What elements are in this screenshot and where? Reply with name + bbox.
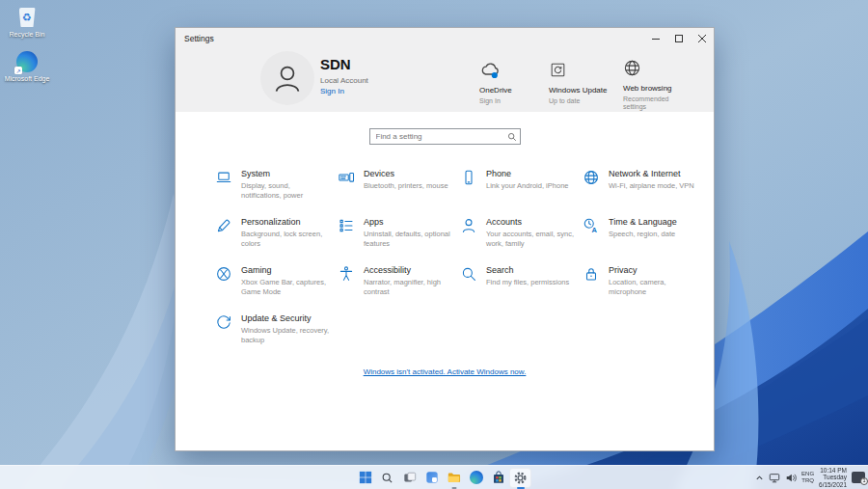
category-desc: Windows Update, recovery, backup [241, 326, 332, 345]
close-button[interactable] [691, 28, 714, 49]
category-label: Time & Language [609, 217, 699, 228]
category-label: Accessibility [364, 265, 454, 276]
category-search[interactable]: Search Find my files, permissions [460, 262, 583, 311]
edge-icon: ↗ [15, 50, 39, 73]
edge-icon [470, 471, 483, 484]
active-app-indicator [517, 487, 525, 489]
globe-icon [623, 56, 691, 77]
category-label: Apps [364, 217, 454, 228]
quick-web-browsing[interactable]: Web browsing Recommended settings [623, 56, 691, 112]
file-explorer-icon [447, 471, 461, 484]
minimize-button[interactable] [644, 28, 667, 49]
quick-label: Web browsing [623, 84, 691, 94]
category-label: Phone [486, 169, 577, 179]
windows-logo-icon [359, 471, 372, 484]
titlebar[interactable]: Settings [176, 28, 714, 49]
desktop-icon-recycle-bin[interactable]: ♻ Recycle Bin [0, 6, 54, 39]
category-network-internet[interactable]: Network & Internet Wi-Fi, airplane mode,… [583, 166, 705, 214]
quick-onedrive[interactable]: OneDrive Sign In [479, 56, 549, 112]
laptop-icon [215, 169, 232, 186]
category-phone[interactable]: Phone Link your Android, iPhone [460, 166, 583, 214]
widgets-icon [425, 471, 439, 484]
settings-categories-grid: System Display, sound, notifications, po… [215, 166, 714, 359]
category-label: Personalization [241, 217, 332, 228]
sign-in-link[interactable]: Sign In [320, 87, 368, 95]
category-update-security[interactable]: Update & Security Windows Update, recove… [215, 311, 338, 359]
settings-button[interactable] [509, 468, 531, 488]
file-explorer-button[interactable] [443, 468, 465, 488]
phone-icon [460, 169, 477, 186]
recycle-bin-icon: ♻ [15, 6, 39, 29]
category-desc: Your accounts, email, sync, work, family [486, 230, 577, 249]
category-label: Privacy [609, 265, 699, 276]
category-desc: Link your Android, iPhone [486, 181, 577, 191]
category-label: Network & Internet [609, 169, 699, 179]
category-desc: Speech, region, date [609, 230, 699, 239]
category-personalization[interactable]: Personalization Background, lock screen,… [215, 214, 338, 262]
task-view-button[interactable] [398, 468, 420, 488]
tray-day: Tuesday [819, 474, 847, 480]
store-icon [492, 471, 505, 485]
category-privacy[interactable]: Privacy Location, camera, microphone [583, 262, 705, 311]
window-header: Settings [176, 28, 714, 112]
quick-status: Recommended settings [623, 95, 677, 113]
quick-windows-update[interactable]: Windows Update Up to date [549, 56, 623, 112]
category-gaming[interactable]: Gaming Xbox Game Bar, captures, Game Mod… [215, 262, 338, 311]
shortcut-arrow-icon: ↗ [14, 67, 22, 74]
volume-icon[interactable] [785, 473, 797, 483]
category-desc: Wi-Fi, airplane mode, VPN [609, 181, 699, 191]
quick-status: Sign In [479, 97, 533, 106]
language-indicator[interactable]: ENGTRQ [801, 471, 814, 484]
window-title: Settings [176, 34, 214, 43]
svg-text:A: A [591, 226, 597, 234]
category-desc: Display, sound, notifications, power [241, 181, 332, 201]
user-name: SDN [320, 57, 368, 73]
desktop: ♻ Recycle Bin ↗ Microsoft Edge Settings [0, 0, 868, 489]
category-label: Search [486, 265, 577, 276]
person-icon [460, 217, 477, 234]
tray-chevron-up-icon[interactable] [755, 474, 764, 482]
task-view-icon [403, 471, 417, 484]
search-box [369, 125, 521, 142]
xbox-icon [215, 265, 232, 283]
windows-update-icon [549, 56, 623, 79]
category-devices[interactable]: Devices Bluetooth, printers, mouse [338, 166, 460, 214]
open-app-indicator [451, 487, 456, 489]
category-system[interactable]: System Display, sound, notifications, po… [215, 166, 338, 214]
desktop-icon-microsoft-edge[interactable]: ↗ Microsoft Edge [0, 50, 54, 83]
search-icon [381, 472, 393, 484]
category-accessibility[interactable]: Accessibility Narrator, magnifier, high … [338, 262, 460, 311]
gear-icon [513, 471, 528, 485]
desktop-icon-label: Recycle Bin [10, 31, 45, 39]
category-label: System [241, 169, 332, 179]
category-accounts[interactable]: Accounts Your accounts, email, sync, wor… [460, 214, 583, 262]
maximize-button[interactable] [667, 28, 691, 49]
settings-window: Settings [175, 27, 715, 451]
taskbar: ENGTRQ 10:14 PM Tuesday 6/15/2021 1 [0, 465, 868, 489]
network-icon[interactable] [769, 473, 780, 483]
activate-windows-link[interactable]: Windows isn't activated. Activate Window… [364, 367, 527, 376]
category-label: Devices [364, 169, 454, 179]
edge-button[interactable] [465, 468, 487, 488]
category-apps[interactable]: Apps Uninstall, defaults, optional featu… [338, 214, 460, 262]
taskbar-search-button[interactable] [376, 468, 398, 488]
quick-label: OneDrive [479, 86, 549, 95]
widgets-button[interactable] [420, 468, 443, 488]
avatar[interactable] [260, 51, 314, 105]
notification-badge: 1 [860, 477, 868, 485]
search-icon [460, 265, 477, 283]
start-button[interactable] [354, 468, 376, 488]
category-desc: Narrator, magnifier, high contrast [364, 278, 454, 297]
clock[interactable]: 10:14 PM Tuesday 6/15/2021 [819, 467, 847, 487]
account-type-label: Local Account [320, 76, 368, 85]
category-desc: Background, lock screen, colors [241, 230, 332, 249]
category-desc: Uninstall, defaults, optional features [364, 230, 454, 249]
pen-icon [215, 217, 232, 234]
microsoft-store-button[interactable] [487, 468, 509, 488]
category-desc: Xbox Game Bar, captures, Game Mode [241, 278, 332, 297]
accessibility-icon [338, 265, 355, 283]
category-time-language[interactable]: A Time & Language Speech, region, date [583, 214, 705, 262]
notification-center-icon[interactable]: 1 [852, 472, 865, 483]
search-input[interactable] [369, 128, 521, 145]
refresh-icon [215, 313, 232, 331]
